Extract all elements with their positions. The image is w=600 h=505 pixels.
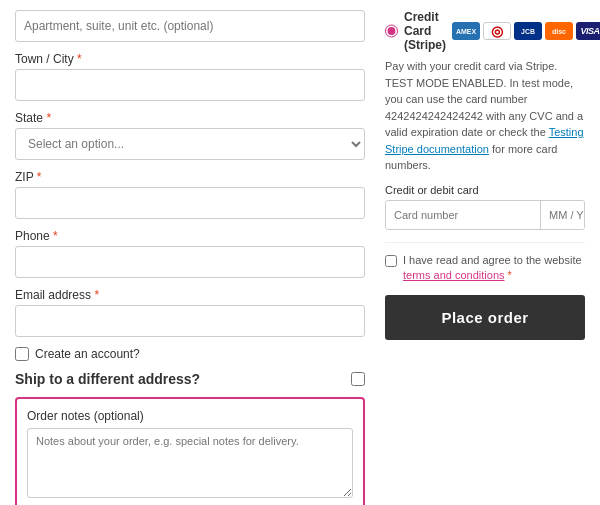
amex-logo: AMEX xyxy=(452,22,480,40)
jcb-logo: JCB xyxy=(514,22,542,40)
left-column: Town / City * State * Select an option..… xyxy=(15,10,365,505)
card-number-label: Credit or debit card xyxy=(385,184,585,196)
zip-label: ZIP * xyxy=(15,170,365,184)
state-group: State * Select an option... Alabama Alas… xyxy=(15,111,365,160)
phone-input[interactable] xyxy=(15,246,365,278)
state-required: * xyxy=(46,111,51,125)
state-label: State * xyxy=(15,111,365,125)
payment-label: Credit Card (Stripe) xyxy=(404,10,446,52)
phone-group: Phone * xyxy=(15,229,365,278)
terms-text: I have read and agree to the website ter… xyxy=(403,253,585,284)
payment-description: Pay with your credit card via Stripe. TE… xyxy=(385,58,585,174)
discover-logo: disc xyxy=(545,22,573,40)
create-account-checkbox[interactable] xyxy=(15,347,29,361)
terms-section: I have read and agree to the website ter… xyxy=(385,253,585,284)
town-required: * xyxy=(77,52,82,66)
state-select[interactable]: Select an option... Alabama Alaska Arizo… xyxy=(15,128,365,160)
payment-radio[interactable] xyxy=(385,24,398,38)
diners-logo: ◎ xyxy=(483,22,511,40)
zip-required: * xyxy=(37,170,42,184)
email-group: Email address * xyxy=(15,288,365,337)
town-label: Town / City * xyxy=(15,52,365,66)
terms-required: * xyxy=(508,269,512,281)
card-logos: AMEX ◎ JCB disc VISA MC xyxy=(452,22,600,40)
email-input[interactable] xyxy=(15,305,365,337)
ship-different-label: Ship to a different address? xyxy=(15,371,200,387)
zip-input[interactable] xyxy=(15,187,365,219)
order-notes-textarea[interactable] xyxy=(27,428,353,498)
payment-section: Credit Card (Stripe) AMEX ◎ JCB disc VIS… xyxy=(385,10,585,230)
apartment-group xyxy=(15,10,365,42)
place-order-button[interactable]: Place order xyxy=(385,295,585,340)
town-group: Town / City * xyxy=(15,52,365,101)
ship-different-checkbox[interactable] xyxy=(351,372,365,386)
town-input[interactable] xyxy=(15,69,365,101)
terms-checkbox[interactable] xyxy=(385,255,397,267)
order-notes-label: Order notes (optional) xyxy=(27,409,353,423)
zip-group: ZIP * xyxy=(15,170,365,219)
visa-logo: VISA xyxy=(576,22,600,40)
create-account-label: Create an account? xyxy=(35,347,140,361)
order-notes-section: Order notes (optional) xyxy=(15,397,365,505)
apartment-input[interactable] xyxy=(15,10,365,42)
card-expiry-input[interactable] xyxy=(540,201,585,229)
email-required: * xyxy=(94,288,99,302)
card-number-input[interactable] xyxy=(386,201,540,229)
phone-required: * xyxy=(53,229,58,243)
right-column: Credit Card (Stripe) AMEX ◎ JCB disc VIS… xyxy=(385,10,585,505)
create-account-group: Create an account? xyxy=(15,347,365,361)
card-number-section: Credit or debit card xyxy=(385,184,585,230)
phone-label: Phone * xyxy=(15,229,365,243)
card-number-inputs xyxy=(385,200,585,230)
divider xyxy=(385,242,585,243)
ship-different-section: Ship to a different address? xyxy=(15,371,365,387)
terms-link[interactable]: terms and conditions xyxy=(403,269,505,281)
email-label: Email address * xyxy=(15,288,365,302)
payment-header: Credit Card (Stripe) AMEX ◎ JCB disc VIS… xyxy=(385,10,585,52)
